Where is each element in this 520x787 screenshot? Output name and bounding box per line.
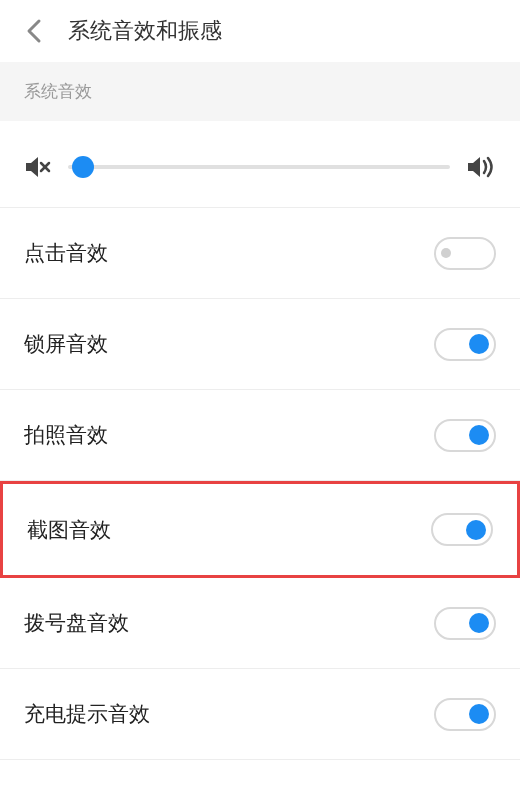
setting-row-dialpad: 拨号盘音效 xyxy=(0,578,520,669)
setting-row-charging: 充电提示音效 xyxy=(0,669,520,760)
highlight-box: 截图音效 xyxy=(0,481,520,578)
setting-label: 点击音效 xyxy=(24,239,108,267)
toggle-thumb xyxy=(466,520,486,540)
toggle-dialpad[interactable] xyxy=(434,607,496,640)
setting-label: 拍照音效 xyxy=(24,421,108,449)
setting-row-click: 点击音效 xyxy=(0,208,520,299)
toggle-click[interactable] xyxy=(434,237,496,270)
toggle-thumb xyxy=(469,425,489,445)
setting-row-camera: 拍照音效 xyxy=(0,390,520,481)
setting-label: 拨号盘音效 xyxy=(24,609,129,637)
settings-list: 点击音效锁屏音效拍照音效截图音效拨号盘音效充电提示音效 xyxy=(0,208,520,760)
setting-row-screenshot: 截图音效 xyxy=(3,484,517,575)
chevron-left-icon xyxy=(25,17,43,45)
setting-label: 截图音效 xyxy=(27,516,111,544)
toggle-thumb xyxy=(469,613,489,633)
speaker-mute-icon xyxy=(24,155,52,179)
toggle-thumb xyxy=(469,334,489,354)
back-button[interactable] xyxy=(14,11,54,51)
toggle-charging[interactable] xyxy=(434,698,496,731)
volume-slider[interactable] xyxy=(68,165,450,169)
setting-label: 充电提示音效 xyxy=(24,700,150,728)
setting-row-lockscreen: 锁屏音效 xyxy=(0,299,520,390)
page-title: 系统音效和振感 xyxy=(68,16,222,46)
toggle-thumb xyxy=(469,704,489,724)
header: 系统音效和振感 xyxy=(0,0,520,62)
toggle-camera[interactable] xyxy=(434,419,496,452)
toggle-thumb xyxy=(441,248,451,258)
setting-label: 锁屏音效 xyxy=(24,330,108,358)
volume-slider-row xyxy=(0,121,520,208)
section-header: 系统音效 xyxy=(0,62,520,121)
toggle-screenshot[interactable] xyxy=(431,513,493,546)
toggle-lockscreen[interactable] xyxy=(434,328,496,361)
speaker-loud-icon xyxy=(466,155,496,179)
volume-slider-thumb[interactable] xyxy=(72,156,94,178)
